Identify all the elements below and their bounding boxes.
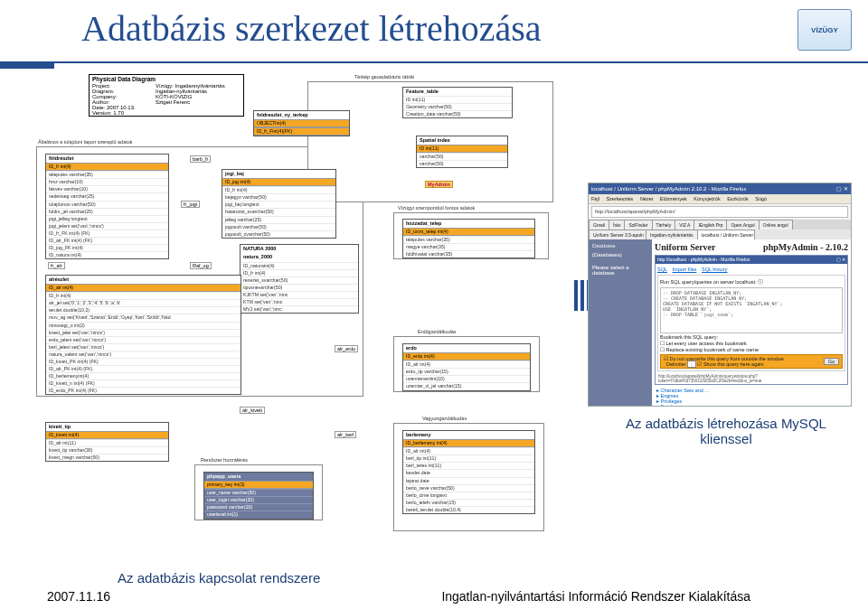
rel-alr-erdo: alr_erdo	[335, 345, 358, 352]
window-title: localhost / Uniform Server / phpMyAdmin …	[591, 183, 746, 194]
go-button[interactable]: Go	[824, 358, 839, 365]
footer-date: 2007.11.16	[47, 589, 110, 604]
group-label-vagyon: Vagyongazdálkodás	[420, 416, 468, 421]
pma-tree[interactable]: ▸ Character Sets and ... ▸ Engines ▸ Pri…	[655, 388, 848, 407]
phpmyadmin-main: Uniform Server phpMyAdmin - 2.10.2 http:…	[652, 239, 851, 407]
table-phpapp-users: phpapp_users primary_key int(3) user_nam…	[203, 472, 314, 520]
diagram-meta-header: Physical Data Diagram	[90, 75, 243, 83]
phpmyadmin-side: Database (Databases) Please select a dat…	[589, 239, 652, 407]
group-label-hozza: Rendszer hozzáférés	[199, 457, 250, 463]
tab-import[interactable]: Import files	[673, 267, 697, 272]
table-kivett: kivett_tip ID_kivett int(4) ID_alr int(1…	[45, 422, 169, 462]
group-label-terkep: Térkép geoadatbázis táblái	[353, 74, 416, 80]
caption-db: Az adatbázis létrehozása MySQL klienssel	[622, 416, 830, 446]
group-label-tulajdoni: Általános a tulajdoni lapon szereplő ada…	[36, 139, 135, 145]
delimiter-input[interactable]: ;	[687, 361, 696, 368]
browser-menu[interactable]: Fájl Szerkesztés Nézet Előzmények Könyvj…	[589, 194, 851, 204]
window-controls[interactable]: ▢ ✕	[836, 183, 848, 194]
footer-text: Ingatlan-nyilvántartási Információ Rends…	[441, 589, 750, 604]
popup-status: http://localhost/apanel/phpMyAdmin/query…	[656, 373, 847, 384]
slide: Adatbázis szerkezet létrehozása VÍZÜGY P…	[0, 0, 868, 609]
browser-tabs[interactable]: Uniform Server 3.5-apoln Ingatlan-nyilvá…	[589, 230, 851, 239]
table-feature: Feature_table ID int(11) Geometry varcha…	[402, 87, 513, 118]
rel-alr-kivett: alr_kivett	[240, 407, 265, 414]
table-foldreszlet: földrészlet ID_fr int(4) telepules varch…	[45, 154, 169, 259]
rel-alr-berl: alr_berl	[335, 431, 356, 438]
logo-badge: VÍZÜGY	[797, 9, 852, 51]
myadmin-badge: MyAdmin	[425, 181, 453, 188]
table-alreszlet: alrészlet ID_alr int(4) ID_fr int(4) alr…	[45, 275, 241, 395]
caption-er: Az adatbázis kapcsolat rendszere	[118, 570, 320, 586]
bookmark-opt-1[interactable]: ☐ Let every user access this bookmark	[660, 341, 843, 346]
table-natura: NATURA 2000 natura_2000 ID_naturaint(4) …	[240, 244, 359, 314]
phpmyadmin-screenshot: localhost / Uniform Server / phpMyAdmin …	[588, 183, 852, 407]
sql-popup: http://localhost - phpMyAdmin - Mozilla …	[655, 255, 848, 385]
title-rule-stub	[0, 63, 54, 69]
group-label-vizugy: Vízügyi szempontból fontos adatok	[396, 205, 476, 211]
run-sql-label: Run SQL query/queries on server localhos…	[660, 279, 843, 286]
table-spatial-index: Spatial index ID int(11) varchar(50) var…	[416, 136, 508, 168]
table-jogi-bej: jogi_bej ID_jog int(4) ID_fr int(4) beje…	[222, 169, 336, 239]
rel-raf-og: Raf_og	[190, 262, 212, 269]
table-foldreszlet-ny-terkep: foldreszlet_ny_terkep OBJECTint(4) ID_fr…	[253, 110, 350, 136]
bookmark-label: Bookmark this SQL query:	[660, 334, 843, 340]
tab-sql[interactable]: SQL	[657, 267, 667, 272]
er-diagram: Physical Data Diagram Project:Vízügy: In…	[36, 74, 570, 580]
tab-history[interactable]: SQL history	[702, 267, 728, 272]
diagram-meta: Physical Data Diagram Project:Vízügy: In…	[89, 74, 244, 117]
page-title: Adatbázis szerkezet létrehozása	[81, 7, 542, 50]
group-label-erdo: Erdőgazdálkodás	[416, 329, 458, 334]
bookmark-toolbar[interactable]: Gmail Írás SciFinder Tárhely VIZ A IEngl…	[589, 220, 851, 230]
table-berlemeny: berlemeny ID_berlemeny int(4) ID_alr int…	[402, 430, 535, 514]
table-erdo: erdo ID_erdo int(4) ID_alr int(4) erdo_t…	[402, 343, 531, 391]
rel-fr-jogi: fr_jogi	[181, 201, 200, 208]
table-hozzadat: hozzadat_telep ID_torzs_telep int(4) tel…	[402, 219, 535, 258]
sql-textarea[interactable]: -- DROP DATABASE INGATLAN_NY; -- CREATE …	[660, 287, 843, 333]
rel-barb-fr: barb_fr	[190, 155, 211, 163]
address-bar[interactable]: http://localhost/apanel/phpMyAdmin/	[591, 206, 848, 218]
rel-fr-alr: fr_alr	[48, 262, 65, 269]
brand-row: Uniform Server phpMyAdmin - 2.10.2	[655, 242, 848, 252]
title-rule	[0, 61, 868, 63]
pma-tabs[interactable]: SQL Import files SQL history	[656, 267, 847, 272]
bookmark-opt-2[interactable]: ☐ Replace existing bookmark of same name	[660, 347, 843, 352]
sql-warn: ☑ Do not overwrite this query from outsi…	[660, 354, 843, 369]
window-titlebar: localhost / Uniform Server / phpMyAdmin …	[589, 183, 851, 194]
